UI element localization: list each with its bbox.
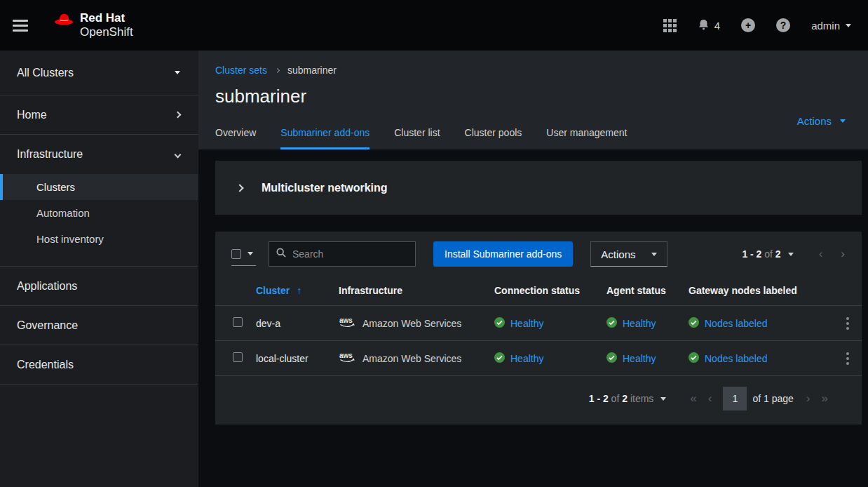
healthy-check-icon	[689, 317, 699, 330]
of-label: of	[764, 248, 773, 260]
notifications-button[interactable]: 4	[698, 18, 720, 33]
healthy-check-icon	[606, 317, 617, 330]
bulk-select-dropdown[interactable]	[231, 242, 256, 266]
row-checkbox[interactable]	[233, 317, 243, 327]
range-text: 1 - 2	[589, 393, 609, 404]
pagination-range: 1 - 2 of 2	[742, 248, 780, 260]
healthy-check-icon	[494, 317, 505, 330]
gateway-nodes-link[interactable]: Nodes labeled	[705, 353, 768, 364]
infrastructure-label: Amazon Web Services	[362, 353, 461, 364]
user-menu[interactable]: admin	[811, 20, 851, 32]
column-header-agent-status: Agent status	[606, 285, 689, 296]
column-header-cluster[interactable]: Cluster ↑	[256, 285, 339, 296]
prev-page-button[interactable]: ‹	[813, 247, 829, 261]
caret-down-icon	[651, 253, 657, 256]
gateway-nodes-link[interactable]: Nodes labeled	[705, 318, 768, 329]
breadcrumb: Cluster sets submariner	[215, 65, 851, 76]
row-kebab-menu[interactable]	[843, 349, 852, 368]
tab-cluster-list[interactable]: Cluster list	[394, 127, 440, 149]
search-input[interactable]	[292, 248, 408, 260]
networking-card-title: Multicluster networking	[262, 182, 388, 194]
sidebar-item-governance[interactable]: Governance	[0, 306, 198, 345]
total-text: 2	[622, 393, 628, 404]
connection-status-link[interactable]: Healthy	[510, 353, 543, 364]
next-page-button[interactable]: ›	[835, 247, 850, 261]
prev-page-button[interactable]: ‹	[703, 392, 718, 406]
chevron-right-icon	[275, 67, 280, 72]
column-header-connection-status: Connection status	[494, 285, 606, 296]
page-number-input[interactable]	[723, 387, 747, 411]
tab-user-management[interactable]: User management	[546, 127, 627, 149]
multicluster-networking-card: Multicluster networking	[215, 161, 862, 215]
page-title: submariner	[215, 86, 851, 107]
app-launcher-button[interactable]	[663, 19, 677, 32]
sidebar-item-label: Applications	[17, 280, 77, 293]
agent-status-link[interactable]: Healthy	[623, 318, 656, 329]
column-label: Cluster	[256, 285, 290, 296]
sidebar-item-label: Clusters	[36, 181, 75, 193]
sidebar-item-clusters[interactable]: Clusters	[0, 174, 198, 200]
row-checkbox[interactable]	[233, 352, 243, 362]
caret-down-icon	[660, 397, 666, 401]
brand-logo: Red Hat OpenShift	[53, 11, 133, 39]
page-header: Cluster sets submariner submariner Actio…	[198, 51, 868, 149]
tab-cluster-pools[interactable]: Cluster pools	[465, 127, 522, 149]
plus-circle-icon: +	[741, 18, 755, 32]
tab-submariner-add-ons[interactable]: Submariner add-ons	[280, 127, 369, 149]
first-page-button[interactable]: «	[684, 392, 702, 406]
connection-status-link[interactable]: Healthy	[510, 318, 543, 329]
tab-overview[interactable]: Overview	[215, 127, 256, 149]
pagination-bottom: 1 - 2 of 2 items « ‹ of 1 page › »	[215, 387, 862, 425]
page-content: Multicluster networking	[198, 149, 868, 487]
search-box	[269, 241, 416, 267]
bell-icon	[698, 18, 710, 33]
range-text: 1 - 2	[742, 248, 761, 260]
pagination-range: 1 - 2 of 2 items	[589, 393, 654, 404]
caret-down-icon	[175, 71, 180, 74]
question-circle-icon: ?	[776, 18, 790, 32]
svg-text:aws: aws	[339, 316, 353, 324]
aws-icon: aws	[339, 351, 357, 366]
sidebar-item-host-inventory[interactable]: Host inventory	[0, 226, 198, 252]
table-actions-label: Actions	[601, 248, 635, 260]
select-all-checkbox[interactable]	[231, 249, 241, 259]
table-toolbar: Install Submariner add-ons Actions 1 - 2…	[215, 232, 862, 275]
aws-icon: aws	[339, 316, 357, 331]
breadcrumb-link-cluster-sets[interactable]: Cluster sets	[215, 65, 267, 76]
next-page-button[interactable]: ›	[801, 392, 816, 406]
masthead: Red Hat OpenShift 4 + ? admin	[0, 0, 868, 51]
page-actions-dropdown[interactable]: Actions	[797, 115, 846, 127]
notification-count: 4	[714, 20, 720, 32]
sidebar-item-home[interactable]: Home	[0, 95, 198, 135]
table-row: dev-a aws Amazon Web Services	[215, 306, 862, 341]
create-button[interactable]: +	[741, 18, 755, 32]
healthy-check-icon	[606, 352, 617, 365]
sidebar-item-infrastructure[interactable]: Infrastructure	[0, 135, 198, 174]
sidebar-item-automation[interactable]: Automation	[0, 200, 198, 226]
sidebar-group-infrastructure: Infrastructure Clusters Automation Host …	[0, 135, 198, 267]
nav-toggle-button[interactable]	[13, 20, 28, 32]
chevron-down-icon	[175, 151, 182, 158]
infrastructure-label: Amazon Web Services	[362, 318, 461, 329]
table-actions-dropdown[interactable]: Actions	[590, 241, 667, 267]
row-kebab-menu[interactable]	[843, 314, 852, 333]
submariner-table-card: Install Submariner add-ons Actions 1 - 2…	[215, 232, 862, 425]
sidebar-item-label: Automation	[36, 207, 90, 219]
last-page-button[interactable]: »	[816, 392, 834, 406]
tab-bar: Overview Submariner add-ons Cluster list…	[215, 127, 851, 149]
healthy-check-icon	[494, 352, 505, 365]
cluster-name: dev-a	[256, 318, 339, 329]
items-label: items	[630, 393, 653, 404]
svg-text:aws: aws	[339, 352, 353, 359]
install-submariner-button[interactable]: Install Submariner add-ons	[433, 241, 573, 267]
cluster-selector[interactable]: All Clusters	[0, 51, 198, 95]
redhat-hat-icon	[53, 11, 74, 31]
sidebar-item-label: Governance	[17, 319, 78, 332]
of-label: of	[611, 393, 620, 404]
sidebar-item-applications[interactable]: Applications	[0, 267, 198, 306]
help-button[interactable]: ?	[776, 18, 790, 32]
sidebar-item-credentials[interactable]: Credentials	[0, 345, 198, 385]
agent-status-link[interactable]: Healthy	[623, 353, 656, 364]
caret-down-icon	[247, 252, 253, 255]
expand-chevron-icon[interactable]	[236, 184, 243, 192]
